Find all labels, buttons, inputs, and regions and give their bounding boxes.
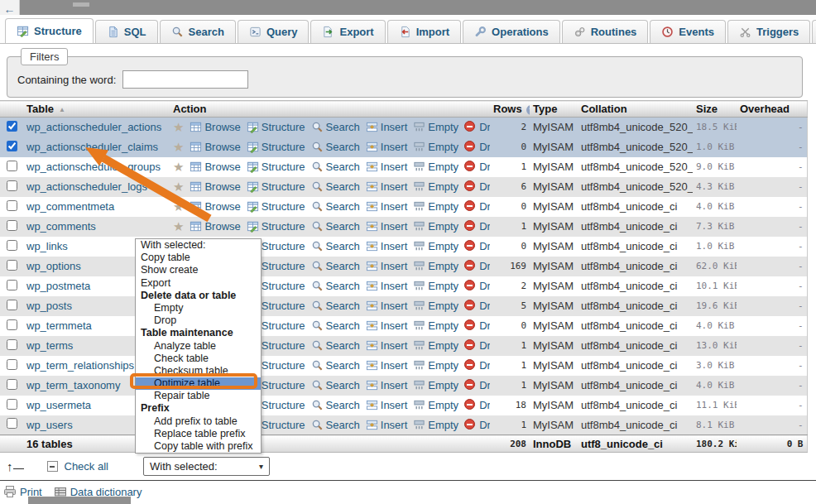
table-name-link[interactable]: wp_options: [26, 260, 81, 272]
row-checkbox[interactable]: [7, 141, 17, 151]
menu-item-check-table[interactable]: Check table: [136, 353, 261, 365]
structure-action-link[interactable]: Structure: [247, 141, 305, 153]
drop-action-link[interactable]: Drop: [464, 161, 490, 173]
menu-item-delete-data-or-table[interactable]: Delete data or table: [136, 290, 261, 302]
tab-structure[interactable]: Structure: [5, 18, 94, 43]
drop-action-link[interactable]: Drop: [464, 419, 490, 431]
table-name-link[interactable]: wp_actionscheduler_logs: [26, 180, 147, 193]
tab-events[interactable]: Events: [650, 20, 726, 43]
menu-item-analyze-table[interactable]: Analyze table: [136, 340, 261, 353]
menu-item-prefix[interactable]: Prefix: [136, 402, 261, 415]
row-checkbox[interactable]: [7, 240, 17, 251]
with-selected-select[interactable]: With selected: ▾: [143, 457, 270, 476]
tab-query[interactable]: Query: [238, 20, 310, 43]
empty-action-link[interactable]: Empty: [413, 240, 458, 252]
drop-action-link[interactable]: Drop: [464, 280, 490, 292]
browse-action-link[interactable]: Browse: [190, 220, 240, 233]
insert-action-link[interactable]: Insert: [366, 260, 408, 272]
help-icon[interactable]: ?: [526, 105, 530, 115]
empty-action-link[interactable]: Empty: [413, 260, 458, 272]
empty-action-link[interactable]: Empty: [413, 141, 458, 153]
check-all-label[interactable]: Check all: [65, 460, 108, 473]
drop-action-link[interactable]: Drop: [464, 399, 490, 411]
tab-export[interactable]: Export: [310, 20, 385, 43]
browse-action-link[interactable]: Browse: [190, 161, 240, 173]
search-action-link[interactable]: Search: [311, 399, 360, 411]
table-name-link[interactable]: wp_usermeta: [26, 399, 91, 411]
containing-word-input[interactable]: [122, 70, 248, 89]
insert-action-link[interactable]: Insert: [366, 200, 408, 213]
browse-action-link[interactable]: Browse: [190, 141, 240, 153]
empty-action-link[interactable]: Empty: [413, 220, 458, 233]
structure-action-link[interactable]: Structure: [247, 121, 305, 133]
menu-item-with-selected[interactable]: With selected:: [136, 239, 261, 252]
row-checkbox[interactable]: [7, 399, 17, 410]
menu-item-show-create[interactable]: Show create: [136, 264, 261, 276]
empty-action-link[interactable]: Empty: [413, 280, 458, 292]
drop-action-link[interactable]: Drop: [464, 121, 490, 133]
empty-action-link[interactable]: Empty: [413, 200, 458, 213]
insert-action-link[interactable]: Insert: [366, 141, 408, 153]
row-checkbox[interactable]: [7, 300, 17, 310]
drop-action-link[interactable]: Drop: [464, 260, 490, 272]
row-checkbox[interactable]: [7, 260, 17, 271]
tab-designer[interactable]: Designer: [812, 20, 816, 43]
search-action-link[interactable]: Search: [311, 339, 360, 352]
drop-action-link[interactable]: Drop: [464, 319, 490, 332]
row-checkbox[interactable]: [7, 200, 17, 211]
insert-action-link[interactable]: Insert: [366, 419, 408, 431]
browse-action-link[interactable]: Browse: [190, 200, 240, 213]
insert-action-link[interactable]: Insert: [366, 220, 408, 233]
insert-action-link[interactable]: Insert: [366, 280, 408, 292]
row-checkbox[interactable]: [7, 180, 17, 191]
structure-action-link[interactable]: Structure: [247, 180, 305, 193]
insert-action-link[interactable]: Insert: [366, 161, 408, 173]
table-name-link[interactable]: wp_postmeta: [26, 280, 90, 292]
empty-action-link[interactable]: Empty: [413, 121, 458, 133]
row-checkbox[interactable]: [7, 339, 17, 350]
table-name-link[interactable]: wp_term_taxonomy: [26, 379, 120, 391]
favorite-star-icon[interactable]: ★: [173, 121, 184, 133]
tab-operations[interactable]: Operations: [463, 20, 560, 43]
table-name-link[interactable]: wp_posts: [26, 300, 72, 312]
empty-action-link[interactable]: Empty: [413, 399, 458, 411]
check-all-checkbox[interactable]: [47, 461, 58, 472]
table-name-link[interactable]: wp_termmeta: [26, 319, 92, 332]
drop-action-link[interactable]: Drop: [464, 141, 490, 153]
table-name-link[interactable]: wp_terms: [26, 339, 73, 352]
menu-item-copy-table[interactable]: Copy table: [136, 252, 261, 264]
table-name-link[interactable]: wp_actionscheduler_groups: [26, 161, 161, 173]
drop-action-link[interactable]: Drop: [464, 379, 490, 391]
insert-action-link[interactable]: Insert: [366, 240, 408, 252]
empty-action-link[interactable]: Empty: [413, 339, 458, 352]
browse-action-link[interactable]: Browse: [190, 180, 240, 193]
header-table[interactable]: Table▲: [23, 101, 170, 118]
drop-action-link[interactable]: Drop: [464, 240, 490, 252]
browse-action-link[interactable]: Browse: [190, 121, 240, 133]
row-checkbox[interactable]: [7, 280, 17, 290]
menu-item-table-maintenance[interactable]: Table maintenance: [136, 327, 261, 339]
menu-item-checksum-table[interactable]: Checksum table: [136, 365, 261, 377]
insert-action-link[interactable]: Insert: [366, 359, 408, 372]
drop-action-link[interactable]: Drop: [464, 180, 490, 193]
insert-action-link[interactable]: Insert: [366, 180, 408, 193]
table-name-link[interactable]: wp_links: [26, 240, 68, 252]
drop-action-link[interactable]: Drop: [464, 220, 490, 233]
row-checkbox[interactable]: [7, 359, 17, 370]
row-checkbox[interactable]: [7, 121, 17, 132]
table-name-link[interactable]: wp_term_relationships: [26, 359, 134, 372]
search-action-link[interactable]: Search: [311, 200, 360, 213]
insert-action-link[interactable]: Insert: [366, 399, 408, 411]
menu-item-copy-table-with-prefix[interactable]: Copy table with prefix: [136, 440, 261, 453]
row-checkbox[interactable]: [7, 319, 17, 330]
favorite-star-icon[interactable]: ★: [173, 180, 184, 193]
tab-sql[interactable]: SQL: [95, 20, 158, 43]
empty-action-link[interactable]: Empty: [413, 161, 458, 173]
favorite-star-icon[interactable]: ★: [173, 161, 184, 173]
row-checkbox[interactable]: [7, 418, 17, 429]
structure-action-link[interactable]: Structure: [247, 220, 305, 233]
empty-action-link[interactable]: Empty: [413, 319, 458, 332]
table-name-link[interactable]: wp_actionscheduler_actions: [26, 121, 161, 133]
search-action-link[interactable]: Search: [311, 161, 360, 173]
menu-item-drop[interactable]: Drop: [136, 314, 261, 327]
